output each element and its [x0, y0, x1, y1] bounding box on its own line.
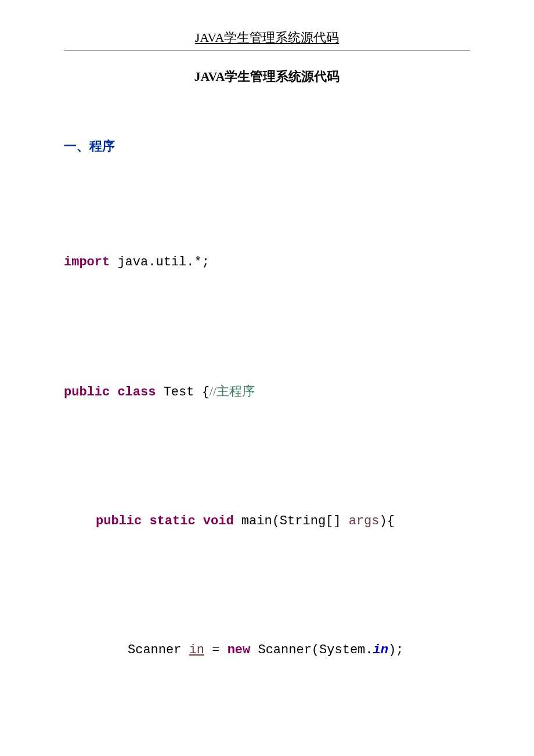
keyword-import: import — [64, 255, 110, 269]
import-line: import java.util.*; — [64, 250, 470, 275]
scanner-var: in — [189, 643, 204, 657]
keyword-class: class — [117, 385, 156, 399]
page-header: JAVA学生管理系统源代码 — [64, 29, 470, 46]
method-close: ){ — [380, 514, 395, 528]
field-in: in — [373, 643, 388, 657]
header-rule — [64, 50, 470, 51]
keyword-static: static — [149, 514, 195, 528]
keyword-void: void — [203, 514, 234, 528]
method-name: main(String[] — [234, 514, 349, 528]
param-args: args — [349, 514, 380, 528]
keyword-new: new — [228, 643, 251, 657]
class-decl: public class Test {//主程序 — [64, 379, 470, 405]
keyword-public: public — [64, 385, 110, 399]
code-block: import java.util.*; public class Test {/… — [64, 201, 470, 756]
scanner-ctor: Scanner(System. — [250, 643, 373, 657]
method-decl: public static void main(String[] args){ — [64, 509, 470, 534]
scanner-type: Scanner — [128, 643, 189, 657]
document-title: JAVA学生管理系统源代码 — [64, 68, 470, 85]
page: JAVA学生管理系统源代码 JAVA学生管理系统源代码 一、程序 import … — [0, 0, 534, 756]
comment-main: //主程序 — [210, 384, 255, 398]
scanner-end: ); — [388, 643, 403, 657]
keyword-public2: public — [96, 514, 142, 528]
section-heading: 一、程序 — [64, 138, 470, 155]
import-target: java.util.*; — [110, 255, 210, 269]
scanner-eq: = — [204, 643, 228, 657]
class-name: Test { — [156, 385, 209, 399]
scanner-line: Scanner in = new Scanner(System.in); — [64, 638, 470, 663]
